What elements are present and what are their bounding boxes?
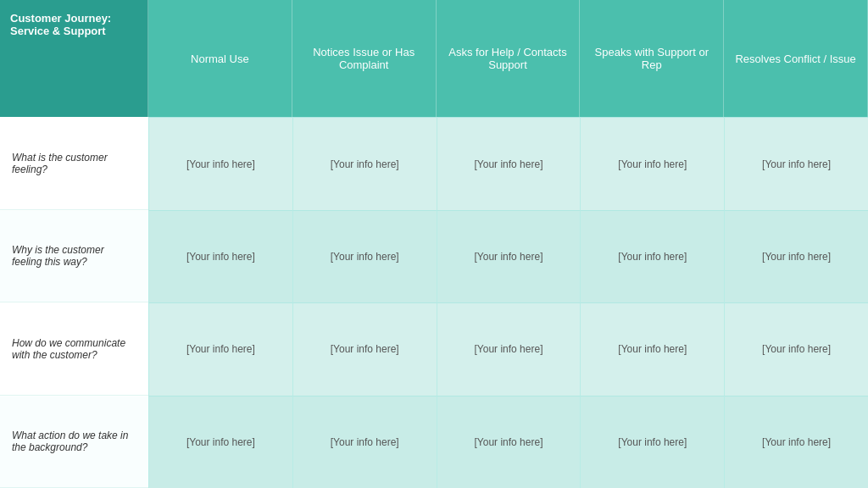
row-label-2: How do we communicate with the customer? bbox=[0, 302, 148, 395]
cell-2-2[interactable]: [Your info here] bbox=[437, 302, 581, 395]
customer-journey-table: Customer Journey: Service & Support Norm… bbox=[0, 0, 868, 488]
row-label-0: What is the customer feeling? bbox=[0, 117, 148, 209]
table-title: Customer Journey: Service & Support bbox=[0, 0, 148, 117]
col-header-4: Resolves Conflict / Issue bbox=[724, 0, 868, 117]
cell-2-1[interactable]: [Your info here] bbox=[292, 302, 437, 395]
cell-0-3[interactable]: [Your info here] bbox=[580, 117, 724, 209]
cell-1-1[interactable]: [Your info here] bbox=[292, 210, 437, 302]
cell-2-3[interactable]: [Your info here] bbox=[580, 302, 724, 395]
cell-1-2[interactable]: [Your info here] bbox=[437, 210, 581, 302]
cell-3-3[interactable]: [Your info here] bbox=[580, 396, 724, 488]
cell-3-0[interactable]: [Your info here] bbox=[148, 396, 292, 488]
cell-1-0[interactable]: [Your info here] bbox=[148, 210, 292, 302]
cell-2-0[interactable]: [Your info here] bbox=[148, 302, 292, 395]
row-label-1: Why is the customer feeling this way? bbox=[0, 210, 148, 302]
cell-1-3[interactable]: [Your info here] bbox=[580, 210, 724, 302]
cell-3-2[interactable]: [Your info here] bbox=[437, 396, 581, 488]
table-grid: Customer Journey: Service & Support Norm… bbox=[0, 0, 868, 488]
cell-2-4[interactable]: [Your info here] bbox=[724, 302, 868, 395]
cell-0-1[interactable]: [Your info here] bbox=[292, 117, 437, 209]
cell-3-1[interactable]: [Your info here] bbox=[292, 396, 437, 488]
col-header-0: Normal Use bbox=[148, 0, 292, 117]
col-header-2: Asks for Help / Contacts Support bbox=[437, 0, 581, 117]
col-header-3: Speaks with Support or Rep bbox=[580, 0, 724, 117]
cell-0-2[interactable]: [Your info here] bbox=[437, 117, 581, 209]
cell-3-4[interactable]: [Your info here] bbox=[724, 396, 868, 488]
cell-1-4[interactable]: [Your info here] bbox=[724, 210, 868, 302]
col-header-1: Notices Issue or Has Complaint bbox=[292, 0, 437, 117]
row-label-3: What action do we take in the background… bbox=[0, 396, 148, 488]
cell-0-0[interactable]: [Your info here] bbox=[148, 117, 292, 209]
cell-0-4[interactable]: [Your info here] bbox=[724, 117, 868, 209]
